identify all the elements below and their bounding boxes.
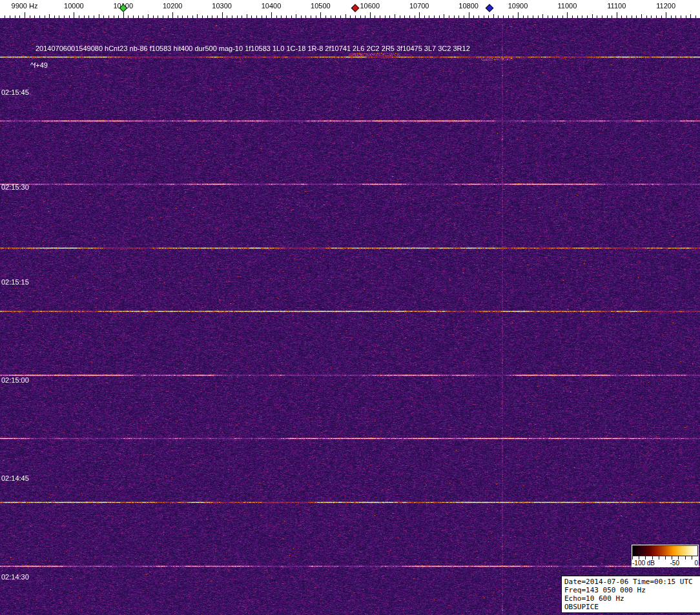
freq-tick-label: 10300 — [212, 2, 232, 10]
station-info-box: Date=2014-07-06 Time=00:15 UTCFreq=143 0… — [561, 576, 700, 613]
frequency-offset-label: ^f+49 — [30, 61, 48, 69]
freq-tick-label: 10000 — [64, 2, 84, 10]
time-label: 02:14:30 — [1, 573, 29, 581]
freq-tick-label: 10200 — [163, 2, 183, 10]
frequency-ruler-ticks — [0, 0, 700, 18]
freq-tick-label: 10900 — [508, 2, 528, 10]
info-line: Echo=10 600 Hz — [564, 594, 700, 603]
colorbar-max-label: 0 — [694, 560, 698, 567]
time-label: 02:15:00 — [1, 376, 29, 384]
freq-tick-label: 10800 — [458, 2, 479, 10]
detection-header-text: 20140706001549080 hCnt23 nb-86 f10583 hi… — [36, 45, 470, 52]
freq-tick-label: 11200 — [656, 2, 675, 10]
time-label: 02:14:45 — [1, 474, 29, 482]
freq-tick-label: 11000 — [558, 2, 577, 10]
freq-tick-label: 9900 Hz — [12, 2, 38, 10]
time-label: 02:15:15 — [1, 278, 29, 286]
freq-tick-label: 10400 — [262, 2, 282, 10]
colorbar-min-label: -100 dB — [632, 560, 655, 567]
freq-tick-label: 10700 — [409, 2, 429, 10]
color-gradient-bar — [632, 545, 698, 556]
intensity-color-scale: -100 dB -50 0 — [632, 545, 699, 567]
info-line: Date=2014-07-06 Time=00:15 UTC — [564, 578, 700, 586]
time-label: 02:15:30 — [1, 183, 29, 191]
colorbar-mid-label: -50 — [670, 560, 679, 567]
freq-tick-label: 10500 — [311, 2, 331, 10]
color-scale-labels: -100 dB -50 0 — [632, 560, 698, 567]
freq-tick-label: 11100 — [607, 2, 626, 10]
frequency-ruler: 9900 Hz100001010010200103001040010500106… — [0, 0, 700, 18]
info-line: OBSUPICE — [564, 603, 700, 611]
spectrogram-window: 9900 Hz100001010010200103001040010500106… — [0, 0, 700, 615]
freq-tick-label: 10600 — [360, 2, 380, 10]
spectrogram-canvas[interactable] — [0, 18, 700, 615]
time-label: 02:15:45 — [1, 88, 29, 96]
info-line: Freq=143 050 000 Hz — [564, 586, 700, 594]
